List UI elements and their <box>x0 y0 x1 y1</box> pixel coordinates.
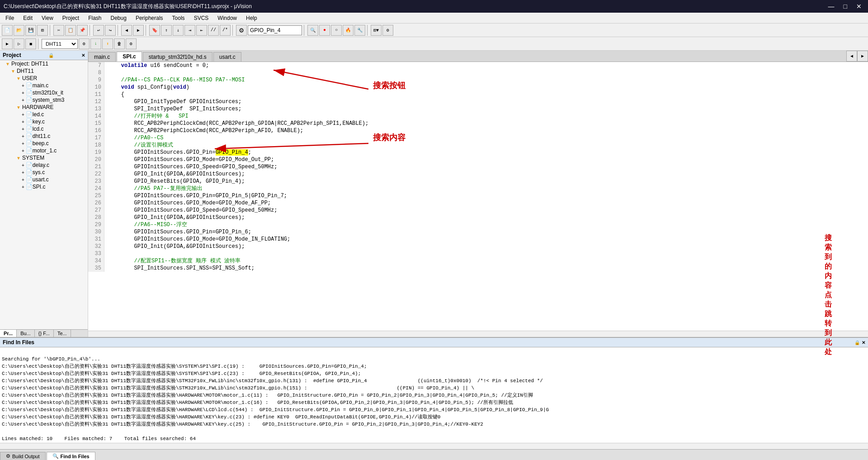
nav-back-button[interactable]: ◀ <box>121 25 132 36</box>
nav-forward-button[interactable]: ▶ <box>133 25 144 36</box>
bottom-tab-find[interactable]: 🔍 Find In Files <box>47 452 95 460</box>
find-result-1[interactable]: C:\Users\ect\Desktop\自己的资料\实验31 DHT11数字温… <box>2 364 367 369</box>
maximize-button[interactable]: □ <box>841 2 850 11</box>
menu-window[interactable]: Window <box>214 14 241 22</box>
tree-item-beepc[interactable]: + 📄 beep.c <box>0 140 88 147</box>
minimize-button[interactable]: — <box>826 2 837 11</box>
find-result-6[interactable]: C:\Users\ect\Desktop\自己的资料\实验31 DHT11数字温… <box>2 400 513 405</box>
paste-button[interactable]: 📌 <box>77 25 88 36</box>
tab-startup[interactable]: startup_stm32f10x_hd.s <box>143 52 212 62</box>
code-editor[interactable]: 7 volatile u16 sendCount = 0; 8 9 //PA4-… <box>88 62 868 331</box>
save-all-button[interactable]: ⊞ <box>37 25 48 36</box>
menu-edit[interactable]: Edit <box>19 14 36 22</box>
menu-debug[interactable]: Debug <box>107 14 130 22</box>
find-panel-hscroll[interactable] <box>0 443 868 449</box>
debug-run-button[interactable]: ▷ <box>14 38 24 49</box>
tree-item-stm32it[interactable]: + 📄 stm32f10x_it <box>0 89 88 96</box>
tree-item-ledc[interactable]: + 📄 led.c <box>0 111 88 118</box>
menu-help[interactable]: Help <box>242 14 261 22</box>
sidebar-header: Project 🔒 ✕ <box>0 51 88 60</box>
close-button[interactable]: ✕ <box>854 2 864 11</box>
code-line-30: 30 GPIOInitSources.GPIO_Pin=GPIO_Pin_6; <box>88 228 868 236</box>
tree-item-dht11[interactable]: ▼ DHT11 <box>0 67 88 75</box>
find-panel-lock[interactable]: 🔒 <box>854 340 860 345</box>
stop-button[interactable]: ○ <box>331 25 342 36</box>
debug-start-button[interactable]: ▶ <box>2 38 13 49</box>
menu-peripherals[interactable]: Peripherals <box>132 14 167 22</box>
find-result-3[interactable]: C:\Users\ect\Desktop\自己的资料\实验31 DHT11数字温… <box>2 378 543 384</box>
sidebar-close-icon[interactable]: ✕ <box>81 53 85 58</box>
build-button[interactable]: ● <box>319 25 330 36</box>
bookmark-next-button[interactable]: ⇓ <box>173 25 184 36</box>
find-result-7[interactable]: C:\Users\ect\Desktop\自己的资料\实验31 DHT11数字温… <box>2 407 549 413</box>
menu-flash[interactable]: Flash <box>85 14 105 22</box>
bookmark-prev-button[interactable]: ⇑ <box>161 25 172 36</box>
debug-stop-button[interactable]: ◼ <box>25 38 36 49</box>
sidebar-tab-build[interactable]: Bu... <box>17 330 35 337</box>
menu-view[interactable]: View <box>38 14 57 22</box>
tab-mainc[interactable]: main.c <box>88 52 116 62</box>
tree-item-keyc[interactable]: + 📄 key.c <box>0 118 88 125</box>
bookmark-button[interactable]: 🔖 <box>149 25 160 36</box>
tree-item-sysc[interactable]: + 📄 sys.c <box>0 169 88 176</box>
redo-button[interactable]: ↪ <box>105 25 116 36</box>
copy-button[interactable]: 📋 <box>65 25 76 36</box>
tree-item-user[interactable]: ▼ USER <box>0 75 88 82</box>
search-input[interactable]: GPIO_Pin_4 <box>248 25 302 35</box>
menu-tools[interactable]: Tools <box>169 14 189 22</box>
open-file-button[interactable]: 📂 <box>14 25 24 36</box>
gear-button[interactable]: ⚙ <box>382 25 393 36</box>
cut-button[interactable]: ✂ <box>53 25 64 36</box>
download-button[interactable]: ↓ <box>90 38 101 49</box>
comment-button[interactable]: // <box>208 25 219 36</box>
tree-item-lcdc[interactable]: + 📄 lcd.c <box>0 125 88 133</box>
find-result-4[interactable]: C:\Users\ect\Desktop\自己的资料\实验31 DHT11数字温… <box>2 385 474 391</box>
tree-item-usartc[interactable]: + 📄 usart.c <box>0 176 88 183</box>
tab-usartc[interactable]: usart.c <box>213 52 241 62</box>
find-result-8[interactable]: C:\Users\ect\Desktop\自己的资料\实验31 DHT11数字温… <box>2 414 440 420</box>
tree-item-motor[interactable]: + 📄 motor_1.c <box>0 147 88 154</box>
sidebar-tab-project[interactable]: Pr... <box>0 330 17 337</box>
undo-button[interactable]: ↩ <box>93 25 104 36</box>
clean-button[interactable]: 🔥 <box>343 25 354 36</box>
uncomment-button[interactable]: /* <box>220 25 231 36</box>
indent-button[interactable]: ⇥ <box>184 25 195 36</box>
tree-item-spic[interactable]: + 📄 SPI.c <box>0 183 88 190</box>
new-file-button[interactable]: 📄 <box>2 25 13 36</box>
find-panel-close[interactable]: ✕ <box>862 340 865 345</box>
options-button[interactable]: 🔧 <box>354 25 365 36</box>
build-target-button[interactable]: ⚙ <box>236 25 247 36</box>
sidebar-tab-templates[interactable]: Te... <box>54 330 71 337</box>
tab-scroll-left[interactable]: ◀ <box>846 51 857 62</box>
flash-options-button[interactable]: ⚙ <box>126 38 137 49</box>
tab-spic[interactable]: SPI.c <box>117 52 142 62</box>
upload-button[interactable]: ⬆ <box>102 38 113 49</box>
find-result-5[interactable]: C:\Users\ect\Desktop\自己的资料\实验31 DHT11数字温… <box>2 393 533 398</box>
tree-item-root[interactable]: ▼ Project: DHT11 <box>0 60 88 67</box>
target-options-button[interactable]: ⚙ <box>79 38 90 49</box>
menu-project[interactable]: Project <box>59 14 83 22</box>
tree-item-dht11c[interactable]: + 📄 dht11.c <box>0 133 88 140</box>
tree-item-sysmod[interactable]: + 📄 system_stm3 <box>0 96 88 104</box>
find-panel-content[interactable]: Searching for '\bGPIO_Pin_4\b'... C:\Use… <box>0 347 868 443</box>
target-selector[interactable]: DHT11 <box>42 39 78 49</box>
tree-item-delayc[interactable]: + 📄 delay.c <box>0 161 88 169</box>
menu-file[interactable]: File <box>2 14 18 22</box>
bottom-tab-build[interactable]: ⚙ Build Output <box>0 452 46 460</box>
sidebar-lock-icon[interactable]: 🔒 <box>48 53 54 58</box>
save-button[interactable]: 💾 <box>25 25 36 36</box>
tree-item-system[interactable]: ▼ SYSTEM <box>0 154 88 161</box>
eraseflash-button[interactable]: 🗑 <box>114 38 125 49</box>
find-result-2[interactable]: C:\Users\ect\Desktop\自己的资料\实验31 DHT11数字温… <box>2 371 361 376</box>
unindent-button[interactable]: ⇤ <box>196 25 207 36</box>
tree-item-hardware[interactable]: ▼ HARDWARE <box>0 104 88 111</box>
find-button[interactable]: 🔍 <box>307 25 318 36</box>
tab-scroll-right[interactable]: ▶ <box>857 51 868 62</box>
find-result-9[interactable]: C:\Users\ect\Desktop\自己的资料\实验31 DHT11数字温… <box>2 422 483 427</box>
editor-hscroll[interactable] <box>88 331 868 337</box>
menu-svcs[interactable]: SVCS <box>190 14 212 22</box>
expand-icon15: + <box>22 185 24 190</box>
tree-item-mainc[interactable]: + 📄 main.c <box>0 82 88 89</box>
view-options-button[interactable]: ⊞▼ <box>371 25 382 36</box>
sidebar-tab-functions[interactable]: {} F... <box>35 330 54 337</box>
